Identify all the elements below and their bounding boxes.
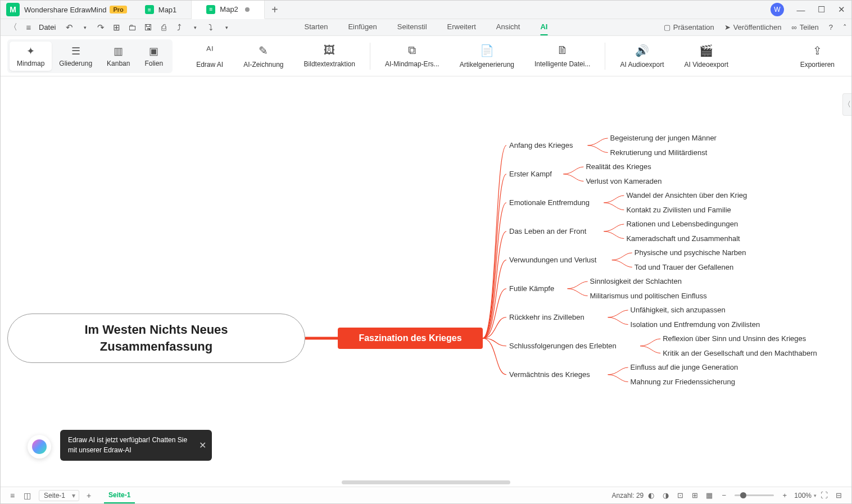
outline-panel-button[interactable]: ≡ bbox=[6, 489, 19, 502]
branch-node[interactable]: Anfang des Krieges bbox=[509, 141, 573, 149]
save-button[interactable]: 🖫 bbox=[141, 21, 155, 34]
document-tab-map1[interactable]: ≡ Map1 bbox=[130, 1, 192, 19]
ai-zeichnung-button[interactable]: ✎AI-Zeichnung bbox=[233, 44, 293, 69]
tab-seitenstil[interactable]: Seitenstil bbox=[397, 19, 427, 35]
print-button[interactable]: ⎙ bbox=[157, 21, 170, 34]
branch-node[interactable]: Verwundungen und Verlust bbox=[509, 256, 596, 264]
new-tab-button[interactable]: + bbox=[265, 1, 285, 19]
leaf-node[interactable]: Militarismus und politischen Einfluss bbox=[590, 292, 707, 300]
ai-audio-button[interactable]: 🔊AI Audioexport bbox=[610, 44, 674, 69]
ai-assistant-button[interactable] bbox=[28, 435, 51, 458]
leaf-node[interactable]: Rationen und Lebensbedingungen bbox=[626, 220, 738, 228]
open-file-button[interactable]: 🗀 bbox=[125, 21, 139, 34]
back-button[interactable]: 〈 bbox=[6, 21, 20, 34]
tab-starten[interactable]: Starten bbox=[305, 19, 328, 35]
split-view-button[interactable]: ◫ bbox=[21, 489, 33, 502]
maximize-button[interactable]: ☐ bbox=[811, 1, 831, 19]
help-button[interactable]: ? bbox=[829, 23, 833, 31]
view-mode-mindmap[interactable]: ✦Mindmap bbox=[10, 42, 52, 71]
page-selector[interactable]: Seite-1 bbox=[39, 490, 79, 501]
doc-icon: ≡ bbox=[145, 5, 154, 14]
view-mode-kanban[interactable]: ▥Kanban bbox=[99, 42, 137, 71]
zoom-in-button[interactable]: + bbox=[779, 490, 790, 501]
presentation-button[interactable]: ▢Präsentation bbox=[664, 23, 714, 31]
branch-node[interactable]: Rückkehr ins Zivilleben bbox=[509, 313, 584, 321]
root-node[interactable]: Im Westen Nichts Neues Zusammenfassung bbox=[7, 314, 305, 363]
edraw-ai-button[interactable]: ᴬᴵEdraw AI bbox=[186, 44, 233, 69]
user-avatar[interactable]: W bbox=[771, 3, 784, 16]
branch-node[interactable]: Schlussfolgerungen des Erlebten bbox=[509, 342, 617, 350]
leaf-node[interactable]: Kontakt zu Zivilisten und Familie bbox=[626, 206, 731, 214]
connector-svg bbox=[1, 76, 851, 487]
zoom-tool-2[interactable]: ◑ bbox=[660, 490, 671, 501]
view-mode-folien[interactable]: ▣Folien bbox=[137, 42, 170, 71]
ai-mindmap-button[interactable]: ⧉AI-Mindmap-Ers... bbox=[375, 44, 450, 68]
view-mode-gliederung[interactable]: ☰Gliederung bbox=[52, 42, 99, 71]
add-page-button[interactable]: + bbox=[83, 489, 95, 502]
leaf-node[interactable]: Tod und Trauer der Gefallenen bbox=[635, 263, 733, 271]
close-icon[interactable]: ✕ bbox=[199, 439, 206, 452]
leaf-node[interactable]: Sinnlosigkeit der Schlachten bbox=[590, 277, 682, 285]
zoom-out-button[interactable]: − bbox=[718, 490, 729, 501]
zoom-tool-5[interactable]: ▦ bbox=[704, 490, 715, 501]
mindmap-canvas[interactable]: Im Westen Nichts Neues Zusammenfassung F… bbox=[1, 76, 851, 487]
fit-button[interactable]: ⊟ bbox=[833, 490, 844, 501]
leaf-node[interactable]: Rekrutierung und Militärdienst bbox=[610, 148, 708, 157]
audio-icon: 🔊 bbox=[635, 44, 649, 57]
tab-ai[interactable]: AI bbox=[540, 19, 547, 35]
ai-video-button[interactable]: 🎬AI Videoexport bbox=[674, 44, 738, 69]
zoom-tool-1[interactable]: ◐ bbox=[645, 490, 656, 501]
share-button[interactable]: ∞Teilen bbox=[792, 23, 819, 31]
menu-icon[interactable]: ≡ bbox=[22, 21, 35, 34]
collapse-ribbon-button[interactable]: ˄ bbox=[843, 23, 847, 31]
fullscreen-button[interactable]: ⛶ bbox=[818, 490, 830, 501]
intelligente-datei-button[interactable]: 🗎Intelligente Datei... bbox=[524, 44, 600, 68]
leaf-node[interactable]: Physische und psychische Narben bbox=[635, 248, 746, 257]
side-panel-toggle[interactable]: 〈 bbox=[842, 93, 851, 116]
zoom-tool-3[interactable]: ⊡ bbox=[674, 490, 686, 501]
zoom-tool-4[interactable]: ⊞ bbox=[689, 490, 700, 501]
leaf-node[interactable]: Unfähigkeit, sich anzupassen bbox=[631, 306, 726, 314]
leaf-node[interactable]: Einfluss auf die junge Generation bbox=[631, 363, 738, 371]
leaf-node[interactable]: Reflexion über Sinn und Unsinn des Krieg… bbox=[663, 334, 806, 343]
bildtext-button[interactable]: 🖼Bildtextextraktion bbox=[294, 44, 365, 68]
tab-ansicht[interactable]: Ansicht bbox=[496, 19, 520, 35]
undo-dropdown-icon[interactable]: ▾ bbox=[78, 21, 92, 34]
leaf-node[interactable]: Verlust von Kameraden bbox=[586, 177, 661, 185]
leaf-node[interactable]: Realität des Krieges bbox=[586, 162, 651, 171]
zoom-slider-thumb[interactable] bbox=[740, 492, 746, 498]
horizontal-scrollbar[interactable] bbox=[342, 480, 510, 484]
redo-button[interactable]: ↷ bbox=[94, 21, 107, 34]
minimize-button[interactable]: — bbox=[791, 1, 811, 19]
publish-button[interactable]: ➤Veröffentlichen bbox=[724, 23, 782, 31]
document-tab-map2[interactable]: ≡ Map2 bbox=[192, 1, 265, 19]
undo-button[interactable]: ↶ bbox=[62, 21, 76, 34]
import-dropdown-icon[interactable]: ▾ bbox=[220, 21, 233, 34]
branch-node[interactable]: Das Leben an der Front bbox=[509, 227, 586, 235]
new-file-button[interactable]: ⊞ bbox=[110, 21, 123, 34]
main-node[interactable]: Faszination des Krieges bbox=[338, 328, 483, 349]
close-button[interactable]: ✕ bbox=[831, 1, 851, 19]
leaf-node[interactable]: Wandel der Ansichten über den Krieg bbox=[626, 191, 747, 199]
ocr-icon: 🖼 bbox=[324, 44, 335, 57]
branch-node[interactable]: Erster Kampf bbox=[509, 170, 552, 178]
zoom-slider[interactable] bbox=[735, 494, 774, 496]
exportieren-button[interactable]: ⇪Exportieren bbox=[790, 44, 845, 69]
branch-node[interactable]: Emotionale Entfremdung bbox=[509, 198, 590, 207]
leaf-node[interactable]: Begeisterung der jungen Männer bbox=[610, 134, 717, 142]
leaf-node[interactable]: Kritik an der Gesellschaft und den Macht… bbox=[663, 349, 817, 357]
artikelgen-button[interactable]: 📄Artikelgenerierung bbox=[450, 44, 524, 69]
branch-node[interactable]: Futile Kämpfe bbox=[509, 284, 554, 293]
export-dropdown-icon[interactable]: ▾ bbox=[188, 21, 202, 34]
tab-einfuegen[interactable]: Einfügen bbox=[348, 19, 377, 35]
page-tab-active[interactable]: Seite-1 bbox=[104, 488, 135, 503]
branch-node[interactable]: Vermächtnis des Krieges bbox=[509, 370, 590, 379]
export-quick-button[interactable]: ⤴ bbox=[173, 21, 186, 34]
leaf-node[interactable]: Mahnung zur Friedenssicherung bbox=[631, 378, 735, 386]
leaf-node[interactable]: Kameradschaft und Zusammenhalt bbox=[626, 234, 740, 243]
file-menu[interactable]: Datei bbox=[39, 23, 56, 31]
leaf-node[interactable]: Isolation und Entfremdung von Zivilisten bbox=[631, 320, 760, 329]
import-quick-button[interactable]: ⤵ bbox=[204, 21, 217, 34]
zoom-dropdown-icon[interactable]: ▾ bbox=[814, 493, 817, 498]
tab-erweitert[interactable]: Erweitert bbox=[447, 19, 476, 35]
